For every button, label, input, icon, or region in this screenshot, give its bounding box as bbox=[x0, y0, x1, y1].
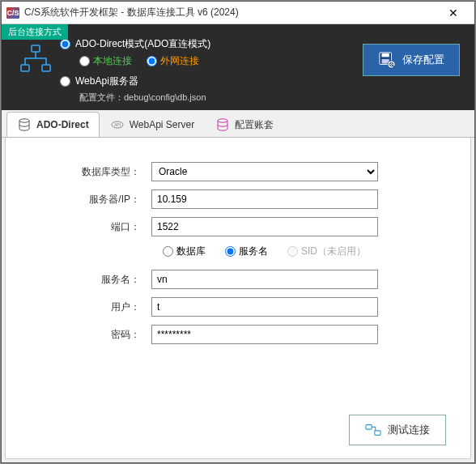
svg-rect-4 bbox=[382, 53, 389, 57]
test-connection-button[interactable]: 测试连接 bbox=[349, 415, 446, 445]
local-connection-radio-row[interactable]: 本地连接 bbox=[79, 54, 132, 68]
window-title: C/S系统软件开发框架 - 数据库连接工具 v6 (2024) bbox=[24, 6, 437, 19]
config-path: debug\config\db.json bbox=[124, 92, 206, 102]
app-icon: C/S bbox=[6, 7, 19, 19]
service-mode-radio-row[interactable]: 服务名 bbox=[225, 245, 268, 258]
tab-ado-label: ADO-Direct bbox=[36, 119, 89, 130]
db-mode-label: 数据库 bbox=[176, 245, 206, 258]
local-connection-radio[interactable] bbox=[79, 56, 90, 66]
panel-badge: 后台连接方式 bbox=[2, 24, 68, 40]
db-mode-radio[interactable] bbox=[163, 246, 173, 257]
account-db-icon bbox=[215, 117, 230, 132]
database-icon bbox=[17, 117, 32, 132]
port-input[interactable] bbox=[151, 217, 378, 236]
svg-rect-0 bbox=[32, 45, 40, 52]
save-icon bbox=[378, 51, 396, 69]
svg-rect-14 bbox=[375, 431, 380, 435]
dbtype-label: 数据库类型： bbox=[30, 165, 151, 179]
svg-point-12 bbox=[218, 119, 227, 122]
save-button-label: 保存配置 bbox=[402, 53, 444, 67]
user-input[interactable] bbox=[151, 297, 378, 317]
port-label: 端口： bbox=[30, 220, 151, 234]
svg-point-9 bbox=[19, 119, 29, 122]
window: C/S C/S系统软件开发框架 - 数据库连接工具 v6 (2024) ✕ 后台… bbox=[1, 1, 475, 463]
external-connection-radio[interactable] bbox=[147, 56, 157, 66]
service-label: 服务名： bbox=[30, 273, 151, 287]
svg-rect-13 bbox=[366, 425, 372, 429]
save-config-button[interactable]: 保存配置 bbox=[363, 44, 460, 76]
titlebar: C/S C/S系统软件开发框架 - 数据库连接工具 v6 (2024) ✕ bbox=[2, 2, 474, 24]
service-input[interactable] bbox=[151, 270, 378, 289]
connection-mode-panel: 后台连接方式 ADO-Direct模式(ADO直连模式) bbox=[2, 24, 474, 110]
tab-account-config[interactable]: 配置账套 bbox=[205, 112, 284, 137]
user-label: 用户： bbox=[30, 300, 151, 314]
ado-direct-label: ADO-Direct模式(ADO直连模式) bbox=[75, 37, 210, 51]
svg-text:API: API bbox=[114, 122, 121, 127]
test-button-label: 测试连接 bbox=[388, 423, 430, 437]
webapi-radio[interactable] bbox=[60, 76, 70, 87]
external-connection-radio-row[interactable]: 外网连接 bbox=[147, 54, 199, 68]
service-mode-radio[interactable] bbox=[225, 246, 236, 257]
config-file-line: 配置文件：debug\config\db.json bbox=[79, 92, 465, 104]
ado-direct-radio[interactable] bbox=[60, 39, 70, 49]
password-input[interactable] bbox=[151, 325, 378, 344]
svg-rect-2 bbox=[42, 65, 50, 71]
dbtype-select[interactable]: Oracle bbox=[151, 162, 378, 181]
tab-webapi-label: WebApi Server bbox=[130, 119, 194, 130]
webapi-radio-row: WebApi服务器 bbox=[60, 74, 465, 88]
config-prefix: 配置文件： bbox=[79, 92, 124, 102]
tab-ado-direct[interactable]: ADO-Direct bbox=[6, 112, 100, 137]
tab-account-label: 配置账套 bbox=[235, 118, 274, 132]
sid-mode-label: SID（未启用） bbox=[301, 245, 366, 258]
password-label: 密码： bbox=[30, 328, 151, 342]
webapi-label: WebApi服务器 bbox=[75, 74, 138, 88]
sid-mode-radio bbox=[287, 246, 298, 257]
server-label: 服务器/IP： bbox=[30, 193, 151, 206]
local-connection-label: 本地连接 bbox=[93, 54, 132, 68]
network-icon bbox=[11, 37, 60, 104]
server-input[interactable] bbox=[151, 189, 378, 209]
db-mode-radio-row[interactable]: 数据库 bbox=[163, 245, 206, 258]
service-mode-label: 服务名 bbox=[239, 245, 268, 258]
tab-bar: ADO-Direct API WebApi Server 配置账套 bbox=[2, 112, 474, 138]
close-button[interactable]: ✕ bbox=[437, 3, 470, 23]
svg-rect-1 bbox=[21, 65, 29, 71]
form-panel: 数据库类型： Oracle 服务器/IP： 端口： 数据库 服务名 SI bbox=[5, 138, 471, 459]
tab-webapi-server[interactable]: API WebApi Server bbox=[100, 112, 205, 137]
sid-mode-radio-row: SID（未启用） bbox=[287, 245, 366, 258]
connection-icon bbox=[365, 423, 381, 437]
external-connection-label: 外网连接 bbox=[160, 54, 199, 68]
api-icon: API bbox=[110, 117, 125, 132]
